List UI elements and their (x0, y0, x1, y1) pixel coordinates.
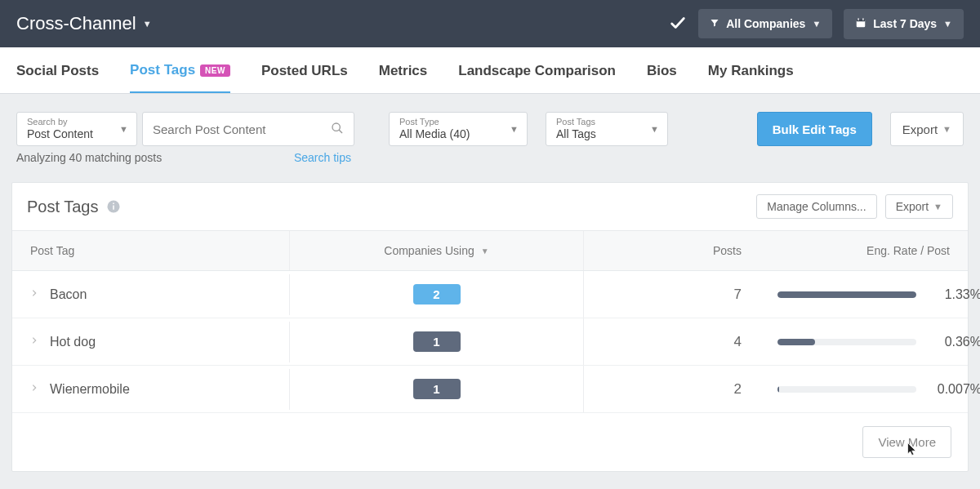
calendar-icon (855, 17, 866, 31)
chevron-down-icon: ▼ (119, 124, 128, 134)
post-type-select[interactable]: Post Type All Media (40) ▼ (389, 112, 528, 146)
tab-landscape[interactable]: Landscape Comparison (458, 47, 616, 93)
tab-post-tags[interactable]: Post Tags NEW (130, 47, 230, 93)
post-tags-panel: Post Tags Manage Columns... Export ▼ Pos… (11, 182, 969, 472)
chevron-down-icon: ▼ (510, 124, 519, 134)
analyzing-status: Analyzing 40 matching posts (16, 151, 162, 164)
manage-columns-button[interactable]: Manage Columns... (756, 194, 876, 219)
companies-filter-button[interactable]: All Companies ▼ (698, 9, 832, 38)
col-eng-rate[interactable]: Eng. Rate / Post (760, 231, 968, 270)
posts-count: 2 (584, 368, 760, 411)
col-posts[interactable]: Posts (584, 231, 760, 270)
search-tips-link[interactable]: Search tips (294, 151, 351, 164)
col-companies-using[interactable]: Companies Using ▼ (290, 231, 584, 270)
eng-rate-bar (777, 291, 916, 298)
search-input-wrapper[interactable] (142, 112, 354, 146)
table-header: Post Tag Companies Using ▼ Posts Eng. Ra… (12, 230, 968, 271)
companies-count-pill: 1 (413, 331, 461, 352)
svg-rect-8 (114, 203, 115, 205)
tab-social-posts[interactable]: Social Posts (16, 47, 99, 93)
expand-chevron-icon[interactable] (30, 335, 38, 349)
panel-export-button[interactable]: Export ▼ (885, 194, 953, 219)
chevron-down-icon: ▼ (933, 202, 942, 211)
tab-my-rankings[interactable]: My Rankings (708, 47, 794, 93)
filter-icon (710, 17, 719, 30)
export-button[interactable]: Export ▼ (890, 112, 964, 146)
search-by-select[interactable]: Search by Post Content ▼ (16, 112, 137, 146)
chevron-down-icon: ▼ (812, 19, 821, 29)
companies-filter-label: All Companies (726, 17, 805, 30)
table-row: Bacon 2 7 1.33% (12, 271, 968, 318)
eng-rate-value: 0.007% (931, 382, 980, 397)
panel-title: Post Tags (27, 198, 121, 216)
svg-rect-7 (114, 206, 115, 210)
tag-name: Hot dog (50, 335, 96, 349)
posts-count: 7 (584, 273, 760, 316)
post-tags-select[interactable]: Post Tags All Tags ▼ (546, 112, 668, 146)
tab-posted-urls[interactable]: Posted URLs (261, 47, 348, 93)
chevron-down-icon: ▼ (650, 124, 659, 134)
posts-count: 4 (584, 321, 760, 363)
tag-name: Bacon (50, 287, 87, 302)
expand-chevron-icon[interactable] (30, 382, 38, 397)
search-icon[interactable] (331, 122, 344, 137)
app-header: Cross-Channel ▼ All Companies ▼ Last 7 D… (0, 0, 980, 47)
companies-count-pill: 1 (413, 379, 461, 399)
sort-desc-icon: ▼ (481, 247, 489, 256)
eng-rate-value: 0.36% (931, 335, 980, 349)
col-post-tag[interactable]: Post Tag (12, 231, 290, 270)
tab-bios[interactable]: Bios (647, 47, 677, 93)
svg-point-4 (332, 123, 340, 131)
eng-rate-value: 1.33% (931, 287, 980, 302)
info-icon[interactable] (106, 199, 121, 214)
expand-chevron-icon[interactable] (30, 287, 38, 302)
svg-rect-1 (857, 19, 866, 20)
svg-line-5 (339, 130, 342, 133)
chevron-down-icon: ▼ (943, 19, 952, 29)
search-input[interactable] (153, 122, 316, 136)
page-title[interactable]: Cross-Channel (16, 13, 136, 34)
eng-rate-bar (777, 339, 916, 345)
table-row: Wienermobile 1 2 0.007% (12, 366, 968, 413)
table-row: Hot dog 1 4 0.36% (12, 318, 968, 366)
view-more-button[interactable]: View More (862, 426, 951, 458)
tag-name: Wienermobile (50, 382, 130, 397)
new-badge: NEW (200, 64, 230, 77)
checkmark-icon[interactable] (669, 14, 687, 34)
tab-metrics[interactable]: Metrics (379, 47, 428, 93)
date-range-button[interactable]: Last 7 Days ▼ (844, 9, 964, 39)
date-range-label: Last 7 Days (873, 17, 937, 30)
filter-bar: Search by Post Content ▼ Analyzing 40 ma… (0, 94, 980, 172)
bulk-edit-tags-button[interactable]: Bulk Edit Tags (757, 112, 872, 146)
eng-rate-bar (777, 386, 916, 393)
companies-count-pill: 2 (413, 284, 461, 305)
chevron-down-icon: ▼ (942, 124, 951, 134)
chevron-down-icon[interactable]: ▼ (143, 19, 152, 29)
tab-bar: Social Posts Post Tags NEW Posted URLs M… (0, 47, 980, 94)
